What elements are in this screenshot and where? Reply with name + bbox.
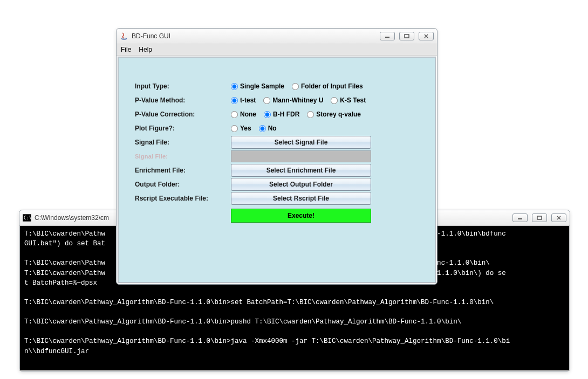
- maximize-button[interactable]: [399, 32, 414, 40]
- row-input-type: Input Type: Single Sample Folder of Inpu…: [135, 79, 419, 93]
- select-signal-file-button[interactable]: Select Signal File: [231, 136, 371, 149]
- label-pvalue-method: P-Value Method:: [135, 97, 231, 104]
- svg-point-6: [121, 38, 127, 40]
- gui-window-controls: [380, 32, 434, 40]
- row-rscript: Rscript Executable File: Select Rscript …: [135, 191, 419, 205]
- console-title: C:\Windows\system32\cm: [35, 214, 109, 222]
- svg-rect-7: [385, 37, 389, 38]
- maximize-button[interactable]: [532, 213, 547, 222]
- row-signal-file: Signal File: Select Signal File: [135, 135, 419, 149]
- label-signal-file-hint: Signal File:: [135, 153, 231, 160]
- menubar: File Help: [117, 44, 437, 56]
- svg-rect-3: [537, 216, 542, 219]
- label-rscript: Rscript Executable File:: [135, 195, 231, 202]
- row-enrichment-file: Enrichment File: Select Enrichment File: [135, 163, 419, 177]
- radio-group-plot-figure: Yes No: [231, 125, 282, 132]
- radio-group-input-type: Single Sample Folder of Input Files: [231, 82, 368, 90]
- select-enrichment-file-button[interactable]: Select Enrichment File: [231, 164, 371, 177]
- radio-bh-fdr[interactable]: B-H FDR: [264, 111, 299, 118]
- gui-titlebar[interactable]: BD-Func GUI: [117, 29, 437, 44]
- svg-text:C:\: C:\: [24, 216, 31, 220]
- label-pvalue-correction: P-Value Correction:: [135, 111, 231, 118]
- execute-button[interactable]: Execute!: [231, 209, 371, 223]
- menu-help[interactable]: Help: [139, 46, 152, 53]
- row-signal-file-value: Signal File:: [135, 149, 419, 163]
- close-button[interactable]: [419, 32, 434, 40]
- radio-single-sample[interactable]: Single Sample: [231, 82, 284, 90]
- minimize-button[interactable]: [512, 213, 528, 222]
- java-icon: [120, 32, 128, 40]
- row-plot-figure: Plot Figure?: Yes No: [135, 121, 419, 135]
- minimize-button[interactable]: [380, 32, 395, 40]
- gui-title: BD-Func GUI: [132, 32, 170, 40]
- signal-file-path: [231, 150, 371, 162]
- close-button[interactable]: [551, 213, 566, 222]
- radio-yes[interactable]: Yes: [231, 125, 251, 132]
- label-enrichment-file: Enrichment File:: [135, 167, 231, 174]
- radio-no[interactable]: No: [259, 125, 277, 132]
- label-output-folder: Output Folder:: [135, 181, 231, 188]
- menu-file[interactable]: File: [121, 46, 131, 53]
- radio-ks-test[interactable]: K-S Test: [331, 97, 366, 104]
- radio-group-pvalue-correction: None B-H FDR Storey q-value: [231, 111, 366, 118]
- console-window-controls: [512, 213, 566, 222]
- svg-rect-2: [518, 218, 522, 219]
- radio-folder-input[interactable]: Folder of Input Files: [292, 82, 363, 90]
- label-input-type: Input Type:: [135, 82, 231, 90]
- gui-body: Input Type: Single Sample Folder of Inpu…: [118, 57, 436, 283]
- svg-rect-8: [405, 35, 409, 38]
- radio-mann-whitney[interactable]: Mann-Whitney U: [263, 97, 323, 104]
- row-pvalue-method: P-Value Method: t-test Mann-Whitney U K-…: [135, 93, 419, 107]
- gui-window: BD-Func GUI File Help Input Type: Single…: [116, 28, 437, 285]
- cmd-icon: C:\: [23, 213, 31, 222]
- row-output-folder: Output Folder: Select Output Folder: [135, 177, 419, 191]
- radio-none[interactable]: None: [231, 111, 256, 118]
- label-signal-file: Signal File:: [135, 139, 231, 146]
- radio-ttest[interactable]: t-test: [231, 97, 256, 104]
- select-output-folder-button[interactable]: Select Output Folder: [231, 178, 371, 191]
- row-pvalue-correction: P-Value Correction: None B-H FDR Storey …: [135, 107, 419, 121]
- select-rscript-file-button[interactable]: Select Rscript File: [231, 192, 371, 205]
- row-execute: Execute!: [135, 209, 419, 223]
- radio-storey[interactable]: Storey q-value: [307, 111, 361, 118]
- radio-group-pvalue-method: t-test Mann-Whitney U K-S Test: [231, 97, 371, 104]
- label-plot-figure: Plot Figure?:: [135, 125, 231, 132]
